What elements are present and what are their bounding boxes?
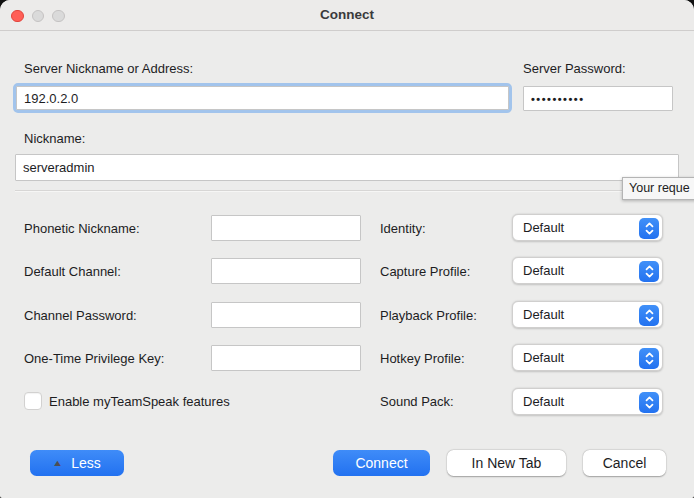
playback-profile-label: Playback Profile: (380, 308, 477, 323)
up-down-chevrons-icon (639, 392, 659, 413)
default-channel-input[interactable] (211, 258, 361, 284)
window-title: Connect (0, 7, 694, 22)
cancel-button[interactable]: Cancel (583, 450, 666, 476)
connect-button[interactable]: Connect (333, 450, 430, 476)
server-password-input[interactable] (523, 86, 673, 111)
playback-profile-dropdown-value: Default (523, 307, 564, 322)
privilege-key-label: One-Time Privilege Key: (24, 351, 164, 366)
identity-dropdown-value: Default (523, 220, 564, 235)
server-address-focus-ring (13, 83, 512, 113)
sound-pack-dropdown[interactable]: Default (512, 388, 663, 415)
hotkey-profile-dropdown-value: Default (523, 350, 564, 365)
myteamspeak-checkbox-label: Enable myTeamSpeak features (49, 394, 230, 409)
capture-profile-dropdown[interactable]: Default (512, 257, 663, 284)
tooltip: Your reque (622, 177, 694, 200)
nickname-label: Nickname: (24, 131, 85, 146)
identity-dropdown[interactable]: Default (512, 214, 663, 241)
up-triangle-icon: ▲ (52, 458, 63, 468)
titlebar: Connect (0, 0, 694, 31)
section-divider (15, 190, 679, 192)
cancel-button-label: Cancel (603, 455, 647, 471)
hotkey-profile-dropdown[interactable]: Default (512, 344, 663, 371)
identity-label: Identity: (380, 221, 426, 236)
up-down-chevrons-icon (639, 305, 659, 326)
in-new-tab-button[interactable]: In New Tab (447, 450, 566, 476)
phonetic-nickname-label: Phonetic Nickname: (24, 221, 140, 236)
hotkey-profile-label: Hotkey Profile: (380, 351, 465, 366)
connect-button-label: Connect (355, 455, 407, 471)
less-button[interactable]: ▲ Less (30, 450, 124, 476)
privilege-key-input[interactable] (211, 345, 361, 371)
phonetic-nickname-input[interactable] (211, 215, 361, 241)
up-down-chevrons-icon (639, 218, 659, 239)
playback-profile-dropdown[interactable]: Default (512, 301, 663, 328)
connect-dialog: Connect Server Nickname or Address: Serv… (0, 0, 694, 498)
capture-profile-label: Capture Profile: (380, 264, 470, 279)
channel-password-label: Channel Password: (24, 308, 137, 323)
channel-password-input[interactable] (211, 302, 361, 328)
in-new-tab-button-label: In New Tab (472, 455, 542, 471)
sound-pack-label: Sound Pack: (380, 394, 454, 409)
server-address-input[interactable] (16, 86, 509, 110)
sound-pack-dropdown-value: Default (523, 394, 564, 409)
myteamspeak-checkbox[interactable] (24, 392, 42, 410)
nickname-input[interactable] (15, 154, 679, 181)
up-down-chevrons-icon (639, 261, 659, 282)
up-down-chevrons-icon (639, 348, 659, 369)
server-address-label: Server Nickname or Address: (24, 61, 193, 76)
less-button-label: Less (71, 455, 101, 471)
capture-profile-dropdown-value: Default (523, 263, 564, 278)
default-channel-label: Default Channel: (24, 264, 121, 279)
server-password-label: Server Password: (523, 61, 626, 76)
